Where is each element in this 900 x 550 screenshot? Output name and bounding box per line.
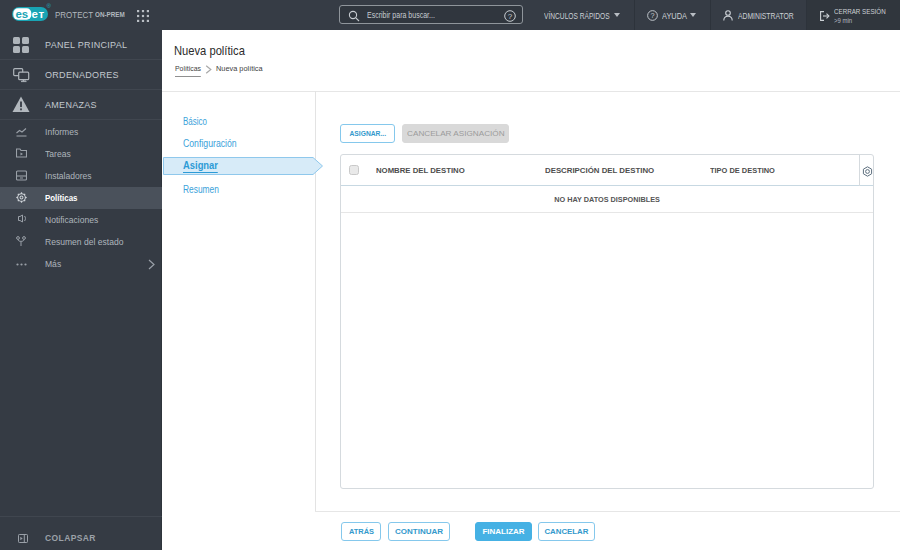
svg-text:т: т bbox=[39, 8, 45, 20]
svg-text:es: es bbox=[16, 8, 28, 20]
svg-text:e: e bbox=[32, 8, 38, 20]
svg-text:?: ? bbox=[650, 11, 654, 20]
svg-text:?: ? bbox=[508, 11, 513, 20]
